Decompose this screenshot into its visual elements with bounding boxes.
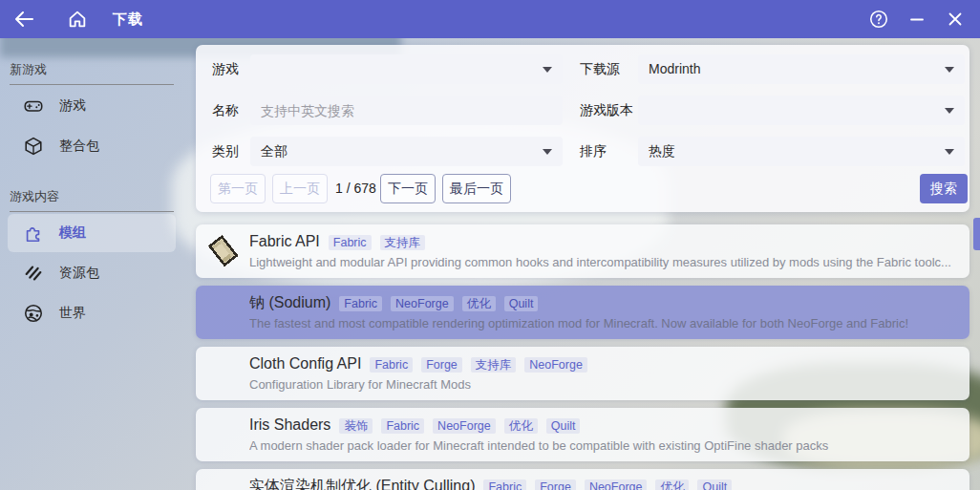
close-button[interactable] xyxy=(936,3,974,35)
mod-tag: NeoForge xyxy=(391,296,454,311)
filter-label-name: 名称 xyxy=(212,96,239,124)
app-window: 下载 新游戏 xyxy=(0,0,980,490)
mod-list-item[interactable]: 实体渲染机制优化 (Entity Culling) FabricForgeNeo… xyxy=(196,469,969,490)
sort-select[interactable]: 热度 xyxy=(638,137,965,166)
filter-label-game: 游戏 xyxy=(212,54,239,83)
mod-tag: 优化 xyxy=(655,479,689,490)
close-icon xyxy=(947,11,964,28)
mod-tag: NeoForge xyxy=(585,479,648,490)
filter-label-source: 下载源 xyxy=(580,54,620,83)
chevron-down-icon xyxy=(945,149,954,155)
mod-tag: Quilt xyxy=(697,479,732,490)
mod-tag: 优化 xyxy=(462,296,496,311)
game-select[interactable] xyxy=(250,54,563,84)
mod-description: Lightweight and modular API providing co… xyxy=(249,255,956,269)
mod-tag: 优化 xyxy=(504,418,538,434)
mod-name: Cloth Config API xyxy=(249,355,361,373)
minimize-icon xyxy=(908,11,926,28)
titlebar: 下载 xyxy=(0,0,980,38)
mod-tag: Fabric xyxy=(339,296,382,311)
mod-tags: FabricNeoForge优化Quilt xyxy=(330,294,538,312)
last-page-button[interactable]: 最后一页 xyxy=(442,174,511,203)
mod-tag: Quilt xyxy=(546,418,581,434)
name-search-field xyxy=(250,96,563,125)
sidebar-section-game-content: 游戏内容 xyxy=(10,188,174,212)
sidebar: 新游戏 游戏 整合包 游戏内容 模组 资源包 xyxy=(0,38,183,490)
home-button[interactable] xyxy=(61,3,94,35)
minimize-button[interactable] xyxy=(898,3,936,35)
mod-name: Fabric API xyxy=(249,233,320,250)
page-title: 下载 xyxy=(113,11,143,29)
chevron-down-icon xyxy=(543,67,552,73)
sidebar-item-game[interactable]: 游戏 xyxy=(8,87,176,125)
mod-tags: Fabric支持库 xyxy=(320,233,425,251)
prev-page-button[interactable]: 上一页 xyxy=(272,174,328,203)
mod-description: A modern shader pack loader for Minecraf… xyxy=(249,438,956,453)
package-icon xyxy=(23,136,44,157)
mod-list: Fabric API Fabric支持库 Lightweight and mod… xyxy=(196,224,969,490)
sidebar-item-resourcepacks[interactable]: 资源包 xyxy=(8,254,176,292)
mod-list-item[interactable]: Fabric API Fabric支持库 Lightweight and mod… xyxy=(196,224,969,278)
game-version-select[interactable] xyxy=(638,96,965,125)
globe-icon xyxy=(23,303,44,324)
sidebar-item-label: 模组 xyxy=(59,224,86,242)
mod-icon xyxy=(205,233,242,269)
back-button[interactable] xyxy=(8,3,40,35)
sidebar-section-new-game: 新游戏 xyxy=(10,61,174,85)
sidebar-item-modpack[interactable]: 整合包 xyxy=(8,127,176,165)
name-search-input[interactable] xyxy=(261,96,552,125)
sidebar-item-label: 资源包 xyxy=(59,265,99,282)
filter-panel: 游戏 名称 类别 全部 下载源 Modrinth 游戏版本 排序 热度 第一页 … xyxy=(196,45,969,212)
mod-name: 钠 (Sodium) xyxy=(249,293,330,313)
mod-tag: Quilt xyxy=(504,296,539,311)
mod-description: The fastest and most compatible renderin… xyxy=(249,316,956,330)
mod-tags: FabricForgeNeoForge优化Quilt xyxy=(475,478,732,490)
mod-tag: NeoForge xyxy=(433,418,496,434)
back-arrow-icon xyxy=(13,11,34,28)
mod-list-item[interactable]: Cloth Config API FabricForge支持库NeoForge … xyxy=(196,347,969,400)
mod-tag: Fabric xyxy=(370,357,413,373)
next-page-button[interactable]: 下一页 xyxy=(380,174,436,203)
resourcepack-icon xyxy=(23,263,44,284)
mod-description: Configuration Library for Minecraft Mods xyxy=(249,377,956,392)
mod-tags: 装饰FabricNeoForge优化Quilt xyxy=(330,416,580,435)
mod-tag: 支持库 xyxy=(380,235,426,250)
filter-label-game-version: 游戏版本 xyxy=(580,96,633,124)
mod-tags: FabricForge支持库NeoForge xyxy=(361,355,586,373)
puzzle-icon xyxy=(23,223,44,244)
sidebar-item-label: 世界 xyxy=(59,305,86,322)
mod-tag: Forge xyxy=(421,357,462,373)
sidebar-item-mods[interactable]: 模组 xyxy=(8,214,176,252)
search-button[interactable]: 搜索 xyxy=(920,174,968,203)
chevron-down-icon xyxy=(945,67,954,73)
home-icon xyxy=(67,9,88,30)
mod-tag: NeoForge xyxy=(524,357,587,373)
scrollbar-thumb[interactable] xyxy=(973,218,980,250)
mod-tag: Fabric xyxy=(381,418,424,434)
mod-name: 实体渲染机制优化 (Entity Culling) xyxy=(249,477,475,490)
mod-tag: 支持库 xyxy=(471,357,517,373)
gamepad-icon xyxy=(23,96,44,117)
filter-label-category: 类别 xyxy=(212,137,239,165)
chevron-down-icon xyxy=(945,108,954,114)
help-button[interactable] xyxy=(860,3,898,35)
category-select[interactable]: 全部 xyxy=(250,137,563,166)
sidebar-item-label: 整合包 xyxy=(59,138,99,155)
mod-list-item[interactable]: Iris Shaders 装饰FabricNeoForge优化Quilt A m… xyxy=(196,408,969,461)
sidebar-item-label: 游戏 xyxy=(59,97,86,115)
mod-tag: 装饰 xyxy=(339,418,373,434)
mod-name: Iris Shaders xyxy=(249,416,330,434)
help-icon xyxy=(868,9,889,30)
page-indicator: 1 / 678 xyxy=(335,174,376,203)
mod-tag: Fabric xyxy=(329,235,372,250)
download-source-select[interactable]: Modrinth xyxy=(638,54,965,84)
sidebar-item-worlds[interactable]: 世界 xyxy=(8,294,176,332)
mod-tag: Forge xyxy=(535,479,576,490)
mod-list-item[interactable]: 钠 (Sodium) FabricNeoForge优化Quilt The fas… xyxy=(196,286,969,339)
first-page-button[interactable]: 第一页 xyxy=(210,174,266,203)
filter-label-sort: 排序 xyxy=(580,137,607,165)
mod-tag: Fabric xyxy=(483,479,526,490)
chevron-down-icon xyxy=(543,149,552,155)
